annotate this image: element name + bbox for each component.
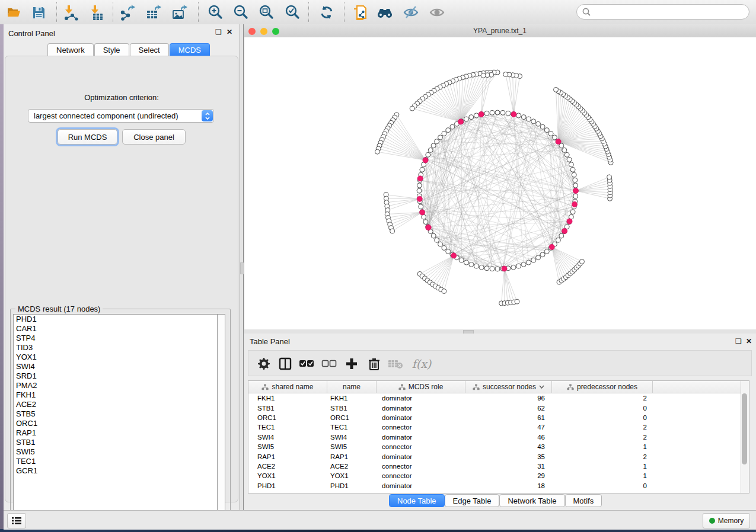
horizontal-splitter[interactable] [244, 329, 756, 334]
mcds-result-item[interactable]: ORC1 [14, 419, 217, 428]
search-icon [582, 7, 591, 17]
table-row[interactable]: SWI4SWI4dominator462 [248, 432, 749, 442]
zoom-selected-icon[interactable] [283, 4, 301, 21]
network-window: YPA_prune.txt_1 [244, 24, 756, 329]
mcds-result-item[interactable]: TEC1 [14, 457, 217, 466]
mcds-result-item[interactable]: STP4 [14, 334, 217, 343]
network-window-title: YPA_prune.txt_1 [244, 27, 756, 35]
hide-selection-icon[interactable] [402, 4, 420, 21]
mcds-result-item[interactable]: YOX1 [14, 352, 217, 362]
control-panel-tabs: Network Style Select MCDS [47, 43, 210, 56]
tab-network[interactable]: Network [47, 43, 94, 56]
mcds-result-item[interactable]: PMA2 [14, 381, 217, 390]
list-icon [11, 517, 22, 525]
memory-button[interactable]: Memory [703, 513, 750, 528]
vertical-splitter[interactable] [240, 24, 244, 510]
table-row[interactable]: ORC1ORC1dominator610 [248, 413, 749, 422]
mcds-result-list[interactable]: PHD1CAR1STP4TID3YOX1SWI4SRD1PMA2FKH1ACE2… [13, 314, 218, 521]
tab-edge-table[interactable]: Edge Table [445, 494, 500, 507]
add-column-icon[interactable] [343, 355, 360, 372]
memory-status-icon [709, 518, 715, 524]
select-all-checkboxes-icon[interactable] [298, 355, 315, 372]
zoom-in-icon[interactable] [206, 4, 224, 21]
float-panel-icon[interactable]: ❏ [215, 28, 222, 36]
mcds-result-item[interactable]: SWI4 [14, 362, 217, 371]
column-settings-gear-icon[interactable] [256, 355, 272, 372]
table-row[interactable]: SWI5SWI5connector431 [248, 442, 749, 451]
show-all-icon[interactable] [428, 4, 446, 21]
find-icon[interactable] [376, 4, 394, 21]
tab-network-table[interactable]: Network Table [499, 494, 564, 507]
refresh-layout-icon[interactable] [318, 4, 336, 21]
save-icon[interactable] [30, 4, 47, 21]
delete-column-icon[interactable] [366, 355, 382, 372]
table-row[interactable]: PHD1PHD1dominator180 [248, 481, 749, 491]
table-panel-tabs: Node Table Edge Table Network Table Moti… [389, 494, 602, 507]
table-row[interactable]: YOX1YOX1connector291 [248, 471, 749, 480]
column-header-name[interactable]: name [327, 381, 377, 393]
function-builder-icon: f(x) [410, 355, 433, 372]
table-row[interactable]: ACE2ACE2connector311 [248, 462, 749, 471]
search-box [576, 4, 749, 20]
mcds-result-item[interactable]: RAP1 [14, 428, 217, 438]
table-row[interactable]: RAP1RAP1dominator352 [248, 451, 749, 461]
float-panel-icon[interactable]: ❏ [735, 338, 742, 345]
mcds-result-item[interactable]: TID3 [14, 343, 217, 352]
deselect-all-checkboxes-icon[interactable] [321, 355, 337, 372]
control-panel: Control Panel ❏ ✕ Network Style Select M… [4, 24, 240, 510]
memory-label: Memory [718, 517, 744, 525]
mcds-result-item[interactable]: GCR1 [14, 466, 217, 476]
network-canvas[interactable] [244, 37, 756, 329]
open-file-icon[interactable] [5, 4, 23, 21]
column-header-MCDS-role[interactable]: MCDS role [377, 381, 465, 393]
table-row[interactable]: FKH1FKH1dominator962 [248, 393, 749, 403]
zoom-out-icon[interactable] [232, 4, 250, 21]
node-table: shared namenameMCDS rolesuccessor nodesp… [248, 380, 749, 493]
tab-motifs[interactable]: Motifs [565, 494, 602, 507]
close-panel-button[interactable]: Close panel [122, 129, 186, 145]
scrollbar-thumb[interactable] [742, 393, 747, 464]
mcds-result-item[interactable]: CAR1 [14, 324, 217, 334]
network-graph[interactable] [244, 37, 756, 329]
column-header-predecessor-nodes[interactable]: predecessor nodes [552, 381, 653, 393]
show-columns-icon[interactable] [277, 355, 294, 372]
node-table-header: shared namenameMCDS rolesuccessor nodesp… [248, 381, 749, 393]
mcds-result-item[interactable]: SWI5 [14, 447, 217, 457]
optimization-criterion-label: Optimization criterion: [5, 93, 238, 102]
export-network-icon[interactable] [119, 4, 136, 21]
mcds-result-item[interactable]: PHD1 [14, 315, 217, 324]
mcds-result-item[interactable]: STB1 [14, 438, 217, 447]
column-header-shared-name[interactable]: shared name [248, 381, 327, 393]
dropdown-stepper-icon [202, 110, 213, 121]
run-mcds-button[interactable]: Run MCDS [58, 129, 117, 145]
mcds-result-item[interactable]: STB5 [14, 409, 217, 419]
table-scrollbar[interactable] [741, 381, 749, 493]
tab-style[interactable]: Style [94, 43, 129, 56]
shared-column-icon [398, 384, 406, 390]
mcds-result-item[interactable]: FKH1 [14, 390, 217, 400]
mcds-result-item[interactable]: SRD1 [14, 371, 217, 381]
search-input[interactable] [594, 7, 749, 17]
export-image-icon[interactable] [171, 4, 189, 21]
mcds-result-title: MCDS result (17 nodes) [15, 305, 103, 313]
new-network-from-selection-icon[interactable] [351, 4, 369, 21]
import-table-icon[interactable] [88, 4, 106, 21]
export-table-icon[interactable] [145, 4, 162, 21]
mcds-list-scrollbar[interactable] [218, 314, 225, 521]
criterion-dropdown[interactable]: largest connected component (undirected) [28, 109, 214, 123]
mcds-result-item[interactable]: ACE2 [14, 400, 217, 409]
tab-select[interactable]: Select [130, 43, 169, 56]
close-panel-icon[interactable]: ✕ [746, 338, 752, 345]
tab-node-table[interactable]: Node Table [389, 494, 445, 507]
close-panel-icon[interactable]: ✕ [227, 28, 232, 36]
table-toolbar: f(x) [248, 350, 752, 376]
table-row[interactable]: STB1STB1dominator620 [248, 403, 749, 412]
table-panel-title: Table Panel [250, 337, 290, 346]
import-network-icon[interactable] [62, 4, 79, 21]
zoom-fit-icon[interactable] [257, 4, 275, 21]
column-header-successor-nodes[interactable]: successor nodes [465, 381, 552, 393]
table-row[interactable]: TEC1TEC1connector472 [248, 422, 749, 432]
tab-mcds[interactable]: MCDS [170, 43, 210, 56]
show-panels-list-button[interactable] [7, 513, 26, 528]
network-window-titlebar[interactable]: YPA_prune.txt_1 [244, 24, 756, 38]
